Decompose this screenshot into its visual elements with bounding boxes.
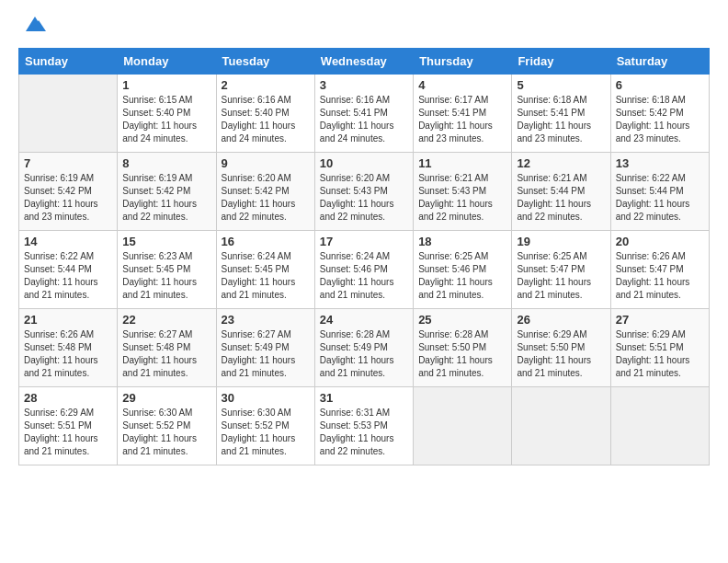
day-info: Sunrise: 6:16 AM Sunset: 5:40 PM Dayligh… bbox=[222, 94, 310, 145]
day-number: 11 bbox=[418, 156, 506, 170]
calendar-cell: 9Sunrise: 6:20 AM Sunset: 5:42 PM Daylig… bbox=[216, 153, 314, 231]
day-info: Sunrise: 6:20 AM Sunset: 5:42 PM Dayligh… bbox=[222, 172, 310, 224]
day-info: Sunrise: 6:18 AM Sunset: 5:42 PM Dayligh… bbox=[616, 94, 704, 145]
day-info: Sunrise: 6:24 AM Sunset: 5:45 PM Dayligh… bbox=[222, 250, 310, 302]
calendar-cell: 12Sunrise: 6:21 AM Sunset: 5:44 PM Dayli… bbox=[512, 153, 610, 231]
calendar-cell: 16Sunrise: 6:24 AM Sunset: 5:45 PM Dayli… bbox=[216, 231, 314, 309]
day-info: Sunrise: 6:15 AM Sunset: 5:40 PM Dayligh… bbox=[122, 94, 210, 145]
header-day-thursday: Thursday bbox=[414, 49, 512, 75]
calendar-week-row: 21Sunrise: 6:26 AM Sunset: 5:48 PM Dayli… bbox=[19, 309, 710, 387]
day-number: 17 bbox=[320, 235, 408, 248]
day-number: 21 bbox=[24, 313, 112, 327]
day-number: 13 bbox=[616, 156, 704, 170]
header-day-tuesday: Tuesday bbox=[216, 49, 314, 75]
day-info: Sunrise: 6:22 AM Sunset: 5:44 PM Dayligh… bbox=[24, 250, 112, 302]
day-number: 6 bbox=[616, 78, 704, 92]
day-number: 10 bbox=[320, 156, 408, 170]
page-header bbox=[18, 18, 710, 33]
day-number: 30 bbox=[222, 391, 310, 405]
calendar-cell: 2Sunrise: 6:16 AM Sunset: 5:40 PM Daylig… bbox=[216, 75, 314, 153]
logo bbox=[18, 18, 48, 33]
day-info: Sunrise: 6:24 AM Sunset: 5:46 PM Dayligh… bbox=[320, 250, 408, 302]
calendar-cell: 4Sunrise: 6:17 AM Sunset: 5:41 PM Daylig… bbox=[414, 75, 512, 153]
calendar-cell: 3Sunrise: 6:16 AM Sunset: 5:41 PM Daylig… bbox=[314, 75, 413, 153]
day-info: Sunrise: 6:29 AM Sunset: 5:51 PM Dayligh… bbox=[24, 407, 112, 458]
day-info: Sunrise: 6:22 AM Sunset: 5:44 PM Dayligh… bbox=[616, 172, 704, 224]
calendar-week-row: 14Sunrise: 6:22 AM Sunset: 5:44 PM Dayli… bbox=[19, 231, 710, 309]
day-info: Sunrise: 6:23 AM Sunset: 5:45 PM Dayligh… bbox=[122, 250, 210, 302]
calendar-cell bbox=[512, 387, 610, 465]
calendar-cell: 1Sunrise: 6:15 AM Sunset: 5:40 PM Daylig… bbox=[118, 75, 216, 153]
calendar-cell: 27Sunrise: 6:29 AM Sunset: 5:51 PM Dayli… bbox=[610, 309, 709, 387]
day-number: 4 bbox=[418, 78, 506, 92]
day-info: Sunrise: 6:17 AM Sunset: 5:41 PM Dayligh… bbox=[418, 94, 506, 145]
header-day-saturday: Saturday bbox=[610, 49, 709, 75]
calendar-cell: 31Sunrise: 6:31 AM Sunset: 5:53 PM Dayli… bbox=[314, 387, 413, 465]
day-number: 15 bbox=[122, 235, 210, 248]
calendar-cell bbox=[19, 75, 118, 153]
day-info: Sunrise: 6:29 AM Sunset: 5:50 PM Dayligh… bbox=[517, 328, 605, 380]
day-number: 14 bbox=[24, 235, 112, 248]
day-info: Sunrise: 6:21 AM Sunset: 5:43 PM Dayligh… bbox=[418, 172, 506, 224]
day-info: Sunrise: 6:20 AM Sunset: 5:43 PM Dayligh… bbox=[320, 172, 408, 224]
logo-icon bbox=[22, 15, 48, 33]
day-number: 24 bbox=[320, 313, 408, 327]
day-number: 16 bbox=[222, 235, 310, 248]
day-info: Sunrise: 6:30 AM Sunset: 5:52 PM Dayligh… bbox=[122, 407, 210, 458]
day-info: Sunrise: 6:25 AM Sunset: 5:47 PM Dayligh… bbox=[517, 250, 605, 302]
day-info: Sunrise: 6:19 AM Sunset: 5:42 PM Dayligh… bbox=[24, 172, 112, 224]
day-info: Sunrise: 6:19 AM Sunset: 5:42 PM Dayligh… bbox=[122, 172, 210, 224]
calendar-cell: 5Sunrise: 6:18 AM Sunset: 5:41 PM Daylig… bbox=[512, 75, 610, 153]
calendar-cell: 13Sunrise: 6:22 AM Sunset: 5:44 PM Dayli… bbox=[610, 153, 709, 231]
day-number: 2 bbox=[222, 78, 310, 92]
calendar-week-row: 7Sunrise: 6:19 AM Sunset: 5:42 PM Daylig… bbox=[19, 153, 710, 231]
calendar-cell: 19Sunrise: 6:25 AM Sunset: 5:47 PM Dayli… bbox=[512, 231, 610, 309]
day-number: 26 bbox=[517, 313, 605, 327]
day-info: Sunrise: 6:18 AM Sunset: 5:41 PM Dayligh… bbox=[517, 94, 605, 145]
calendar-cell: 14Sunrise: 6:22 AM Sunset: 5:44 PM Dayli… bbox=[19, 231, 118, 309]
day-number: 18 bbox=[418, 235, 506, 248]
day-number: 3 bbox=[320, 78, 408, 92]
calendar-cell: 30Sunrise: 6:30 AM Sunset: 5:52 PM Dayli… bbox=[216, 387, 314, 465]
day-number: 9 bbox=[222, 156, 310, 170]
calendar-cell bbox=[414, 387, 512, 465]
header-day-wednesday: Wednesday bbox=[314, 49, 413, 75]
day-info: Sunrise: 6:26 AM Sunset: 5:48 PM Dayligh… bbox=[24, 328, 112, 380]
day-info: Sunrise: 6:21 AM Sunset: 5:44 PM Dayligh… bbox=[517, 172, 605, 224]
calendar-cell: 10Sunrise: 6:20 AM Sunset: 5:43 PM Dayli… bbox=[314, 153, 413, 231]
calendar-cell: 21Sunrise: 6:26 AM Sunset: 5:48 PM Dayli… bbox=[19, 309, 118, 387]
day-info: Sunrise: 6:26 AM Sunset: 5:47 PM Dayligh… bbox=[616, 250, 704, 302]
calendar-cell: 24Sunrise: 6:28 AM Sunset: 5:49 PM Dayli… bbox=[314, 309, 413, 387]
day-info: Sunrise: 6:28 AM Sunset: 5:49 PM Dayligh… bbox=[320, 328, 408, 380]
day-number: 20 bbox=[616, 235, 704, 248]
day-info: Sunrise: 6:25 AM Sunset: 5:46 PM Dayligh… bbox=[418, 250, 506, 302]
calendar-cell: 26Sunrise: 6:29 AM Sunset: 5:50 PM Dayli… bbox=[512, 309, 610, 387]
calendar-cell: 29Sunrise: 6:30 AM Sunset: 5:52 PM Dayli… bbox=[118, 387, 216, 465]
day-info: Sunrise: 6:29 AM Sunset: 5:51 PM Dayligh… bbox=[616, 328, 704, 380]
calendar-week-row: 1Sunrise: 6:15 AM Sunset: 5:40 PM Daylig… bbox=[19, 75, 710, 153]
day-info: Sunrise: 6:31 AM Sunset: 5:53 PM Dayligh… bbox=[320, 407, 408, 458]
calendar-cell: 22Sunrise: 6:27 AM Sunset: 5:48 PM Dayli… bbox=[118, 309, 216, 387]
calendar-cell: 18Sunrise: 6:25 AM Sunset: 5:46 PM Dayli… bbox=[414, 231, 512, 309]
day-number: 25 bbox=[418, 313, 506, 327]
calendar-cell: 7Sunrise: 6:19 AM Sunset: 5:42 PM Daylig… bbox=[19, 153, 118, 231]
calendar-week-row: 28Sunrise: 6:29 AM Sunset: 5:51 PM Dayli… bbox=[19, 387, 710, 465]
calendar-cell: 25Sunrise: 6:28 AM Sunset: 5:50 PM Dayli… bbox=[414, 309, 512, 387]
day-number: 7 bbox=[24, 156, 112, 170]
day-number: 22 bbox=[122, 313, 210, 327]
day-number: 29 bbox=[122, 391, 210, 405]
day-info: Sunrise: 6:30 AM Sunset: 5:52 PM Dayligh… bbox=[222, 407, 310, 458]
day-number: 28 bbox=[24, 391, 112, 405]
day-info: Sunrise: 6:28 AM Sunset: 5:50 PM Dayligh… bbox=[418, 328, 506, 380]
day-number: 1 bbox=[122, 78, 210, 92]
calendar-cell: 23Sunrise: 6:27 AM Sunset: 5:49 PM Dayli… bbox=[216, 309, 314, 387]
day-number: 8 bbox=[122, 156, 210, 170]
header-day-monday: Monday bbox=[118, 49, 216, 75]
calendar-cell: 6Sunrise: 6:18 AM Sunset: 5:42 PM Daylig… bbox=[610, 75, 709, 153]
day-info: Sunrise: 6:27 AM Sunset: 5:48 PM Dayligh… bbox=[122, 328, 210, 380]
header-day-friday: Friday bbox=[512, 49, 610, 75]
calendar-cell: 28Sunrise: 6:29 AM Sunset: 5:51 PM Dayli… bbox=[19, 387, 118, 465]
day-number: 19 bbox=[517, 235, 605, 248]
calendar-cell: 8Sunrise: 6:19 AM Sunset: 5:42 PM Daylig… bbox=[118, 153, 216, 231]
day-info: Sunrise: 6:16 AM Sunset: 5:41 PM Dayligh… bbox=[320, 94, 408, 145]
